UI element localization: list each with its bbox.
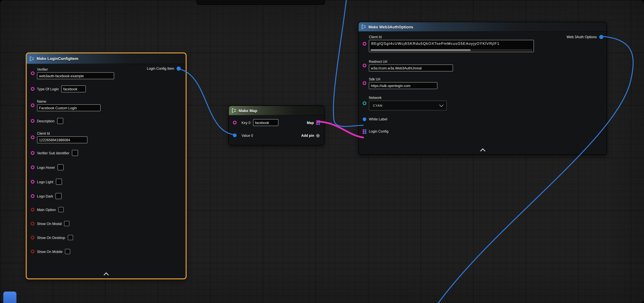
pin-row-show-on-modal: Show On Modal <box>31 220 182 227</box>
output-pin-row: Web 3Auth Options <box>566 35 604 39</box>
pin-client-id[interactable] <box>362 42 366 46</box>
network-dropdown[interactable]: CYAN <box>369 100 447 110</box>
collapse-node-button[interactable] <box>102 272 111 276</box>
pin-row-key0: Key 0 Map <box>233 119 320 126</box>
pin-verifier-sub-identifier[interactable] <box>31 151 34 155</box>
pin-name[interactable] <box>31 104 34 107</box>
show-on-mobile-checkbox[interactable] <box>65 249 70 254</box>
pin-row-network: Network CYAN <box>362 96 602 110</box>
node-title: Make Web3AuthOptions <box>368 24 413 29</box>
node-header[interactable]: Make Map <box>229 106 324 116</box>
logo-light-label: Logo Light <box>37 180 53 184</box>
name-label: Name <box>37 99 100 104</box>
show-on-desktop-label: Show On Desktop <box>37 236 65 240</box>
scrollbar-thumb[interactable] <box>370 49 471 51</box>
node-make-map[interactable]: Make Map Key 0 Map Value 0 <box>228 106 324 145</box>
pin-key0[interactable] <box>233 121 236 124</box>
map-output-pin-icon[interactable] <box>316 120 320 125</box>
pin-sdk-url[interactable] <box>362 81 366 85</box>
logo-hover-input[interactable] <box>58 164 64 170</box>
redirect-url-input[interactable] <box>369 64 453 72</box>
pin-row-show-on-mobile: Show On Mobile <box>31 248 182 254</box>
name-input[interactable] <box>37 104 100 111</box>
client-id-input[interactable] <box>37 136 88 143</box>
offscreen-element-bottom-left[interactable] <box>3 292 16 303</box>
node-make-loginconfigitem[interactable]: Make LoginConfigItem Login Config Item V… <box>26 52 186 279</box>
pin-description[interactable] <box>31 119 34 123</box>
logo-dark-input[interactable] <box>56 193 62 199</box>
node-make-web3authoptions[interactable]: Make Web3AuthOptions Web 3Auth Options C… <box>358 22 607 155</box>
sdk-url-input[interactable] <box>369 82 437 89</box>
make-map-icon <box>232 108 236 113</box>
redirect-url-label: Redirect Url <box>369 60 453 64</box>
pin-login-config-map-icon[interactable] <box>362 129 366 134</box>
verifier-input[interactable] <box>37 72 114 79</box>
chevron-down-icon <box>439 103 443 107</box>
output-pin-row: Login Config Item <box>147 66 181 71</box>
value0-label: Value 0 <box>242 133 253 137</box>
pin-network[interactable] <box>362 101 366 105</box>
pin-type-of-login[interactable] <box>31 87 34 91</box>
blueprint-graph-canvas[interactable]: Make LoginConfigItem Login Config Item V… <box>0 0 644 303</box>
add-pin-button[interactable]: Add pin ⊕ <box>301 133 320 137</box>
pin-show-on-mobile[interactable] <box>31 250 34 254</box>
output-pin-label: Web 3Auth Options <box>566 35 597 39</box>
pin-row-login-config: Login Config <box>362 128 602 135</box>
chevron-up-icon <box>480 148 485 153</box>
sdk-url-label: Sdk Url <box>369 77 437 81</box>
pin-white-label[interactable] <box>362 117 366 121</box>
network-label: Network <box>369 96 447 100</box>
pin-row-name: Name <box>31 99 182 111</box>
pin-row-type-of-login: Type Of Login <box>31 85 182 93</box>
verifier-label: Verifier <box>37 67 114 72</box>
logo-hover-label: Logo Hover <box>37 165 55 170</box>
wire-loginconfigitem-to-value0 <box>179 69 235 135</box>
collapse-node-button[interactable] <box>478 148 487 152</box>
type-of-login-label: Type Of Login <box>37 87 59 91</box>
pin-row-logo-hover: Logo Hover <box>31 163 182 171</box>
pin-row-main-option: Main Option <box>31 206 182 213</box>
pin-logo-hover[interactable] <box>31 166 34 169</box>
node-title: Make Map <box>238 108 257 113</box>
pin-logo-light[interactable] <box>31 180 34 184</box>
output-pin-label: Login Config Item <box>147 66 174 71</box>
type-of-login-input[interactable] <box>61 85 86 92</box>
pin-value0[interactable] <box>233 134 236 137</box>
verifier-sub-identifier-input[interactable] <box>72 150 78 156</box>
show-on-modal-checkbox[interactable] <box>64 221 70 226</box>
key0-input[interactable] <box>253 119 278 126</box>
white-label-label: White Label <box>369 117 387 121</box>
client-id-scrollbar[interactable] <box>370 49 532 51</box>
client-id-label: Client Id <box>37 131 88 136</box>
logo-light-input[interactable] <box>56 178 62 185</box>
pin-verifier[interactable] <box>31 72 34 75</box>
main-option-label: Main Option <box>37 208 56 212</box>
show-on-desktop-checkbox[interactable] <box>68 235 73 240</box>
pin-client-id[interactable] <box>31 136 34 139</box>
main-option-checkbox[interactable] <box>58 207 64 212</box>
pin-show-on-modal[interactable] <box>31 222 34 226</box>
pin-row-show-on-desktop: Show On Desktop <box>31 234 182 241</box>
client-id-label: Client Id <box>369 35 534 39</box>
client-id-input[interactable]: BEglQSgt4cUWcj6SKRdu5QkOXTsePmMcusG5EAoy… <box>369 40 534 52</box>
description-label: Description <box>37 119 54 123</box>
node-header[interactable]: Make LoginConfigItem <box>27 53 186 64</box>
chevron-up-icon <box>104 272 109 277</box>
pin-main-option[interactable] <box>31 208 34 212</box>
pin-logo-dark[interactable] <box>31 194 34 198</box>
pin-show-on-desktop[interactable] <box>31 236 34 240</box>
node-header[interactable]: Make Web3AuthOptions <box>358 22 606 32</box>
description-input[interactable] <box>57 118 63 124</box>
show-on-mobile-label: Show On Mobile <box>37 250 62 254</box>
output-pin-web3auth-options[interactable] <box>599 35 603 39</box>
client-id-value: BEglQSgt4cUWcj6SKRdu5QkOXTsePmMcusG5EAoy… <box>371 42 500 46</box>
pin-redirect-url[interactable] <box>362 64 366 67</box>
node-title: Make LoginConfigItem <box>36 56 78 61</box>
key0-label: Key 0 <box>242 120 250 124</box>
output-pin-login-config-item[interactable] <box>177 66 181 71</box>
pin-row-value0: Value 0 Add pin ⊕ <box>233 131 320 139</box>
logo-dark-label: Logo Dark <box>37 194 53 198</box>
make-struct-icon <box>30 56 34 61</box>
pin-row-white-label: White Label <box>362 116 602 123</box>
offscreen-node-top[interactable] <box>196 0 325 5</box>
